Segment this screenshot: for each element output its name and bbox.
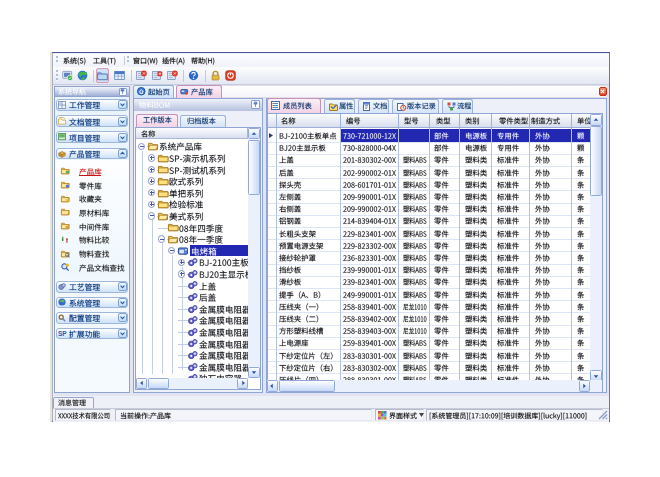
svg-text:SP: SP [58, 330, 67, 337]
